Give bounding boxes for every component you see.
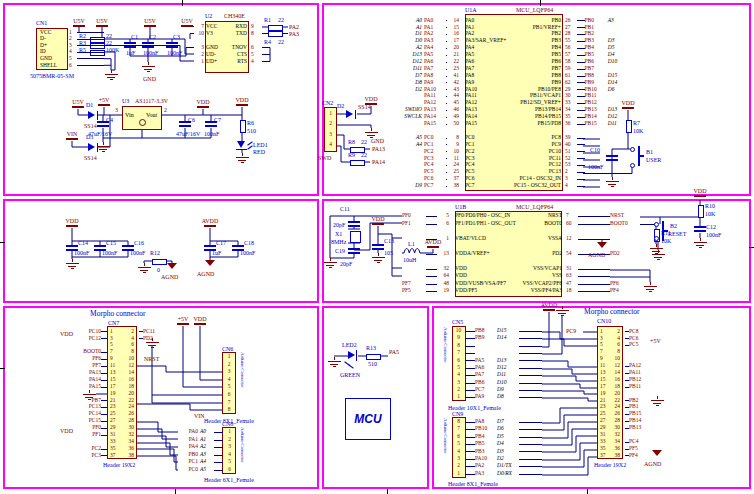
cn9-pins: 8PA8D77PB10D66PB4D55PB5D44PB3D33PA10D22P…	[452, 418, 542, 477]
field-e: 38	[610, 453, 623, 459]
field-n: PC0	[424, 135, 446, 141]
capacitor-ref: C14	[78, 240, 88, 246]
connector-pin-row: 6PA5D13	[452, 357, 542, 364]
field-e: 24	[610, 404, 623, 410]
field-i: VSS/PF4/PA3	[468, 288, 564, 294]
field-a: D10	[608, 59, 627, 65]
resistor-ref: R1	[264, 17, 271, 23]
field-a: D6	[497, 426, 519, 432]
field-a: A4	[198, 459, 214, 465]
sheet-tick	[587, 489, 588, 494]
field-o: 21	[107, 398, 122, 404]
net-label-row	[139, 369, 179, 376]
field-i: PB8	[505, 73, 563, 79]
field-i: PB2	[505, 31, 563, 37]
field-p: 21	[447, 52, 462, 58]
capacitor-value: 100nF	[706, 232, 721, 238]
analog-ground-icon	[652, 450, 662, 456]
field-a: D8	[497, 394, 519, 400]
capacitor-value: 100nF	[167, 50, 182, 56]
field-p: 17	[447, 38, 462, 44]
field-n: PC3	[424, 156, 446, 162]
field-o: 23	[597, 404, 610, 410]
capacitor-ref: C16	[134, 240, 144, 246]
field-i: PC9	[505, 142, 563, 148]
capacitor-value: 100nF	[74, 250, 89, 256]
field-n: PB2	[585, 31, 608, 37]
net-label: VDD	[694, 188, 707, 194]
capacitor-ref: C19	[335, 248, 345, 254]
field-a: A1	[402, 25, 424, 31]
cn10-pin-grid: 1234567891011121314151617181920212223242…	[597, 328, 623, 459]
ground-icon	[650, 396, 664, 406]
connector-pin-row: 3PB6D10	[452, 379, 542, 386]
field-p: 20	[447, 45, 462, 51]
net-label: U5V	[73, 18, 85, 24]
field-n: PB5	[585, 52, 608, 58]
ground-icon	[323, 258, 337, 268]
field-o: 19	[107, 391, 122, 397]
field-n: PA0	[424, 18, 446, 24]
capacitor-ref: C6	[188, 117, 195, 123]
net-label-row: PC11	[139, 328, 179, 335]
field-o: 35	[107, 446, 122, 452]
field-o: 33	[597, 439, 610, 445]
ic-pin-row: 7VCCRXD9	[194, 23, 262, 30]
field-a: D10	[497, 380, 519, 386]
mcu-pin-row: PB15/PD836PB15D11	[505, 120, 627, 127]
field-o: 13	[107, 370, 122, 376]
connector-pin-row: 5PA6D12	[452, 364, 542, 371]
net-label: U5V	[144, 18, 156, 24]
field-p: 35	[563, 114, 577, 120]
field-i: VSS	[468, 273, 564, 279]
power-bar-icon	[73, 25, 85, 27]
field-p: 53	[563, 162, 577, 168]
field-a: D12	[497, 365, 519, 371]
field-o: 27	[597, 418, 610, 424]
analog-ground-icon	[167, 263, 177, 269]
capacitor-icon	[166, 42, 178, 50]
net-label-row	[139, 383, 179, 390]
ground-icon	[104, 70, 118, 80]
ch340e-part: CH340E	[224, 13, 245, 19]
field-a: D3	[608, 38, 627, 44]
field-a: D9	[497, 387, 519, 393]
connector-pin-row: 2PC7D9	[452, 386, 542, 393]
mcu-pin-row: PC940	[505, 141, 627, 148]
analog-ground-icon	[205, 260, 215, 266]
morpho-title-left: Morpho connector	[90, 311, 146, 317]
field-n: PB14	[585, 114, 608, 120]
field-e: 6	[122, 342, 137, 348]
resistor-ref: R3	[79, 40, 86, 46]
field-p: 30	[563, 93, 577, 99]
capacitor-ref: C11	[340, 206, 350, 212]
connector-pin-row: PA1A12	[178, 436, 236, 444]
field-e: 38	[122, 453, 137, 459]
header-pin-pair: 1718	[597, 383, 623, 390]
field-e: 32	[122, 432, 137, 438]
field-a: D14	[497, 335, 519, 341]
field-n: PC4	[424, 162, 446, 168]
field-o: 17	[107, 384, 122, 390]
field-o: 1	[597, 329, 610, 335]
connector-pin-row: 4PA7D11	[452, 371, 542, 378]
power-bar-icon	[694, 195, 706, 197]
connector-pin-row: 1PA9D8	[452, 394, 542, 401]
field-p: 19	[437, 288, 452, 294]
sheet-tick	[0, 242, 5, 243]
field-a: D13	[497, 358, 519, 364]
connector-pin-row: 4PB3D3	[452, 448, 542, 455]
field-o: 15	[107, 377, 122, 383]
net-label: VIN	[67, 131, 78, 137]
field-e: 14	[610, 370, 623, 376]
resistor-value: 22	[278, 39, 284, 45]
field-a: D1/TX	[497, 463, 519, 469]
capacitor-ref: C2	[149, 34, 156, 40]
field-n: PA15	[424, 121, 446, 127]
field-n: PD2	[610, 251, 640, 257]
resistor-value: 0	[157, 267, 160, 273]
field-p: 11	[447, 156, 462, 162]
field-a: D7	[402, 73, 424, 79]
field-n: PB10	[585, 87, 608, 93]
net-label-row: PA15	[42, 383, 107, 390]
